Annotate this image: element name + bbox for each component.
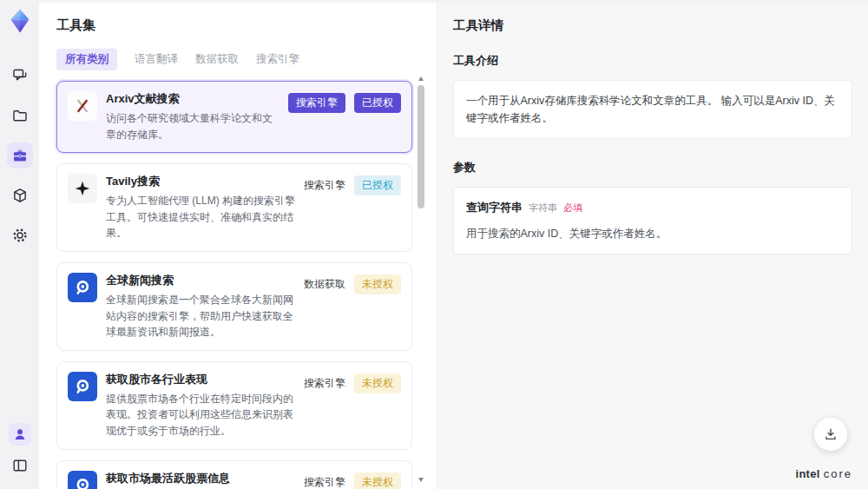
tab-all-categories[interactable]: 所有类别 (56, 49, 117, 70)
param-name: 查询字符串 (466, 199, 523, 217)
intel-core-logo: intel core (795, 467, 852, 480)
tools-panel-title: 工具集 (56, 17, 414, 34)
chat-icon (11, 67, 29, 84)
auth-status-badge: 未授权 (354, 472, 401, 489)
tool-description: 提供股票市场各个行业在特定时间段内的表现。投资者可以利用这些信息来识别表现优于或… (106, 391, 295, 439)
parameter-box: 查询字符串 字符串 必填 用于搜索的Arxiv ID、关键字或作者姓名。 (453, 187, 852, 254)
tools-panel: 工具集 所有类别 语言翻译 数据获取 搜索引擎 Arxiv文献搜索 访问各个研究… (39, 0, 437, 489)
tavily-star-icon (68, 174, 97, 203)
auth-status-badge: 未授权 (354, 274, 401, 294)
tool-name: Tavily搜索 (106, 174, 295, 189)
tool-name: 获取股市各行业表现 (106, 372, 295, 387)
tool-card-most-active-stocks[interactable]: 获取市场最活跃股票信息 提供当天交易量最高的股票列表。投资者可以利用这些信息来识… (56, 460, 412, 489)
download-icon (823, 426, 838, 442)
icon-rail (0, 0, 39, 489)
tab-data-retrieval[interactable]: 数据获取 (195, 49, 239, 70)
auth-status-badge: 已授权 (354, 93, 401, 113)
tool-details-panel: 工具详情 工具介绍 一个用于从Arxiv存储库搜索科学论文和文章的工具。 输入可… (437, 0, 868, 489)
blue-search-icon (68, 273, 97, 302)
brand-intel: intel (795, 467, 819, 480)
tool-intro-box: 一个用于从Arxiv存储库搜索科学论文和文章的工具。 输入可以是Arxiv ID… (453, 80, 852, 139)
models-nav-button[interactable] (7, 182, 33, 208)
settings-gear-icon (11, 227, 29, 244)
details-title: 工具详情 (453, 17, 852, 34)
settings-nav-button[interactable] (7, 222, 33, 248)
tool-list: Arxiv文献搜索 访问各个研究领域大量科学论文和文章的存储库。 搜索引擎 已授… (56, 81, 414, 489)
panel-toggle-icon (11, 457, 29, 474)
tool-description: 专为人工智能代理 (LLM) 构建的搜索引擎工具。可快速提供实时、准确和真实的结… (106, 193, 295, 241)
download-button[interactable] (814, 418, 847, 451)
auth-status-badge: 已授权 (354, 175, 401, 195)
scroll-up-arrow-icon[interactable] (418, 76, 424, 81)
brand-core: core (824, 467, 852, 480)
tool-card-arxiv-search[interactable]: Arxiv文献搜索 访问各个研究领域大量科学论文和文章的存储库。 搜索引擎 已授… (56, 81, 412, 153)
panel-toggle-button[interactable] (7, 453, 33, 479)
cube-icon (11, 187, 29, 204)
auth-status-badge: 未授权 (354, 373, 401, 393)
user-icon (11, 426, 29, 443)
blue-search-icon (68, 372, 97, 401)
tool-name: Arxiv文献搜索 (106, 91, 279, 107)
category-badge: 数据获取 (304, 274, 345, 294)
blue-search-icon (68, 471, 97, 489)
scroll-down-arrow-icon[interactable] (418, 478, 424, 482)
scrollbar-thumb[interactable] (418, 85, 424, 208)
tool-card-global-news-search[interactable]: 全球新闻搜索 全球新闻搜索是一个聚合全球各大新闻网站内容的搜索引擎，帮助用户快速… (56, 262, 412, 351)
app-logo (6, 7, 34, 35)
folder-icon (11, 107, 29, 124)
param-description: 用于搜索的Arxiv ID、关键字或作者姓名。 (466, 225, 839, 242)
files-nav-button[interactable] (7, 102, 33, 129)
tab-search-engine[interactable]: 搜索引擎 (256, 49, 299, 70)
param-required-flag: 必填 (563, 201, 582, 216)
tool-card-stock-sector-performance[interactable]: 获取股市各行业表现 提供股票市场各个行业在特定时间段内的表现。投资者可以利用这些… (56, 361, 412, 450)
arxiv-x-icon (68, 91, 97, 121)
window-top-edge (0, 0, 868, 3)
tool-name: 获取市场最活跃股票信息 (106, 471, 295, 486)
params-heading: 参数 (453, 160, 852, 175)
category-tabs: 所有类别 语言翻译 数据获取 搜索引擎 (56, 49, 414, 70)
chat-nav-button[interactable] (7, 63, 33, 89)
tool-description: 全球新闻搜索是一个聚合全球各大新闻网站内容的搜索引擎，帮助用户快速获取全球最新资… (106, 292, 295, 340)
intro-heading: 工具介绍 (453, 53, 852, 69)
tool-card-tavily-search[interactable]: Tavily搜索 专为人工智能代理 (LLM) 构建的搜索引擎工具。可快速提供实… (56, 163, 412, 252)
list-scrollbar[interactable] (418, 76, 424, 482)
param-type: 字符串 (529, 201, 557, 216)
category-badge: 搜索引擎 (304, 472, 345, 489)
tools-nav-button[interactable] (7, 142, 33, 169)
category-badge: 搜索引擎 (304, 373, 345, 393)
category-badge: 搜索引擎 (304, 175, 345, 195)
toolbox-icon (11, 147, 29, 164)
tool-name: 全球新闻搜索 (106, 273, 295, 288)
tab-language-translation[interactable]: 语言翻译 (135, 49, 178, 70)
category-badge: 搜索引擎 (288, 93, 345, 113)
tool-description: 访问各个研究领域大量科学论文和文章的存储库。 (106, 110, 279, 142)
user-profile-button[interactable] (9, 423, 31, 446)
